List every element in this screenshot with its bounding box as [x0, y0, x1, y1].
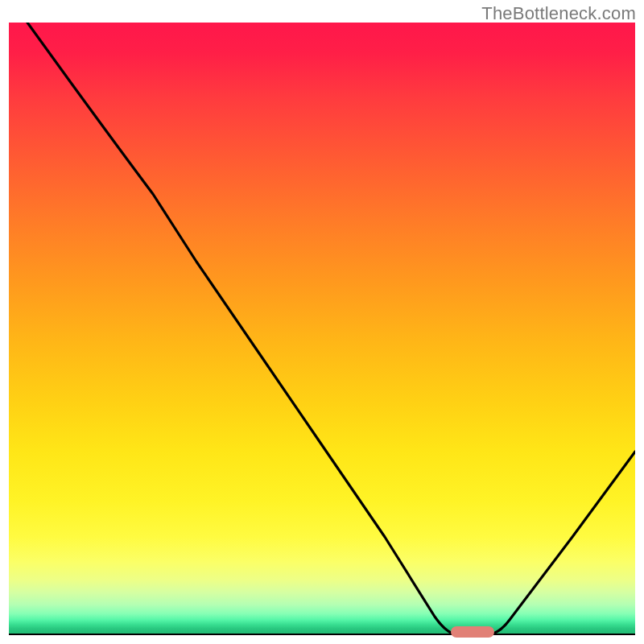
bottleneck-chart: TheBottleneck.com — [0, 0, 644, 644]
chart-background-gradient — [9, 23, 635, 635]
watermark-text: TheBottleneck.com — [481, 3, 636, 24]
x-axis-baseline — [9, 634, 635, 635]
optimal-range-marker — [451, 626, 494, 638]
